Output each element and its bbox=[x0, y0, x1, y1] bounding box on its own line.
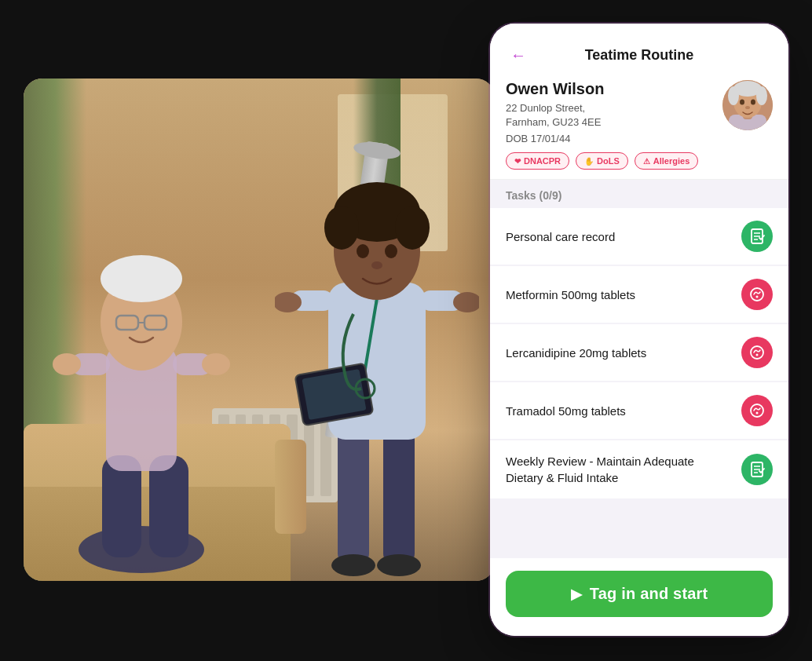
badge-allergies[interactable]: ⚠ Allergies bbox=[635, 152, 698, 170]
svg-point-15 bbox=[331, 554, 375, 576]
scene: ← Teatime Routine Owen Wilson 22 Dunlop … bbox=[0, 0, 812, 661]
task-label: Tramadol 50mg tablets bbox=[506, 403, 732, 419]
task-item[interactable]: Metformin 500mg tablets bbox=[490, 266, 788, 323]
allergies-icon: ⚠ bbox=[643, 157, 650, 166]
svg-point-16 bbox=[377, 554, 421, 576]
badge-allergies-label: Allergies bbox=[653, 156, 689, 166]
svg-rect-13 bbox=[338, 424, 369, 565]
svg-point-31 bbox=[385, 244, 397, 258]
elderly-man bbox=[47, 188, 236, 581]
page-title: Teatime Routine bbox=[506, 47, 773, 64]
tag-in-button[interactable]: ▶ Tag in and start bbox=[506, 571, 773, 617]
svg-point-42 bbox=[751, 100, 755, 105]
task-item[interactable]: Lercanidipine 20mg tablets bbox=[490, 324, 788, 381]
patient-address: 22 Dunlop Street, Farnham, GU23 4EE bbox=[506, 101, 713, 130]
svg-point-12 bbox=[202, 353, 230, 375]
svg-point-40 bbox=[756, 86, 767, 105]
cta-area: ▶ Tag in and start bbox=[490, 558, 788, 636]
badges-container: ❤ DNACPR ✋ DoLS ⚠ Allergies bbox=[506, 152, 713, 170]
task-item[interactable]: Weekly Review - Maintain Adequate Dietar… bbox=[490, 440, 788, 498]
app-header: ← Teatime Routine bbox=[490, 33, 788, 80]
patient-name: Owen Wilson bbox=[506, 80, 713, 98]
avatar bbox=[722, 80, 773, 130]
svg-point-49 bbox=[756, 296, 759, 298]
status-bar bbox=[490, 24, 788, 33]
tasks-section: Tasks (0/9) Personal care record Metform… bbox=[490, 180, 788, 558]
task-item[interactable]: Tramadol 50mg tablets bbox=[490, 382, 788, 439]
play-icon: ▶ bbox=[571, 586, 582, 603]
svg-point-28 bbox=[324, 206, 359, 250]
svg-point-5 bbox=[101, 255, 182, 302]
badge-dnacpr-label: DNACPR bbox=[524, 156, 561, 166]
task-label: Lercanidipine 20mg tablets bbox=[506, 345, 732, 361]
task-icon-metformin bbox=[741, 279, 773, 310]
badge-dols-label: DoLS bbox=[597, 156, 620, 166]
patient-details: Owen Wilson 22 Dunlop Street, Farnham, G… bbox=[506, 80, 713, 170]
patient-dob: DOB 17/01/44 bbox=[506, 133, 713, 144]
task-label: Metformin 500mg tablets bbox=[506, 287, 732, 303]
tasks-header: Tasks (0/9) bbox=[490, 180, 788, 208]
app-panel: ← Teatime Routine Owen Wilson 22 Dunlop … bbox=[490, 24, 788, 636]
svg-point-11 bbox=[53, 353, 81, 375]
dnacpr-icon: ❤ bbox=[514, 157, 521, 166]
svg-point-29 bbox=[395, 206, 430, 250]
patient-info: Owen Wilson 22 Dunlop Street, Farnham, G… bbox=[490, 80, 788, 179]
svg-point-41 bbox=[740, 100, 744, 105]
cta-label: Tag in and start bbox=[590, 585, 708, 603]
svg-point-53 bbox=[756, 412, 759, 414]
svg-point-30 bbox=[357, 244, 369, 258]
task-label: Weekly Review - Maintain Adequate Dietar… bbox=[506, 453, 732, 486]
task-icon-personal-care bbox=[741, 221, 773, 252]
svg-point-43 bbox=[745, 106, 750, 109]
svg-point-50 bbox=[751, 346, 763, 359]
svg-point-32 bbox=[371, 261, 382, 269]
carer bbox=[275, 141, 479, 581]
task-label: Personal care record bbox=[506, 228, 732, 245]
task-item[interactable]: Personal care record bbox=[490, 208, 788, 265]
photo-panel bbox=[24, 79, 495, 581]
svg-rect-14 bbox=[383, 424, 415, 565]
svg-point-51 bbox=[756, 354, 759, 356]
svg-point-39 bbox=[728, 86, 739, 105]
dols-icon: ✋ bbox=[584, 157, 594, 166]
svg-point-48 bbox=[751, 288, 763, 301]
task-icon-weekly-review bbox=[741, 454, 773, 485]
task-icon-tramadol bbox=[741, 395, 773, 426]
task-icon-lercanidipine bbox=[741, 337, 773, 368]
badge-dnacpr[interactable]: ❤ DNACPR bbox=[506, 152, 569, 170]
svg-point-52 bbox=[751, 404, 763, 417]
badge-dols[interactable]: ✋ DoLS bbox=[576, 152, 628, 170]
